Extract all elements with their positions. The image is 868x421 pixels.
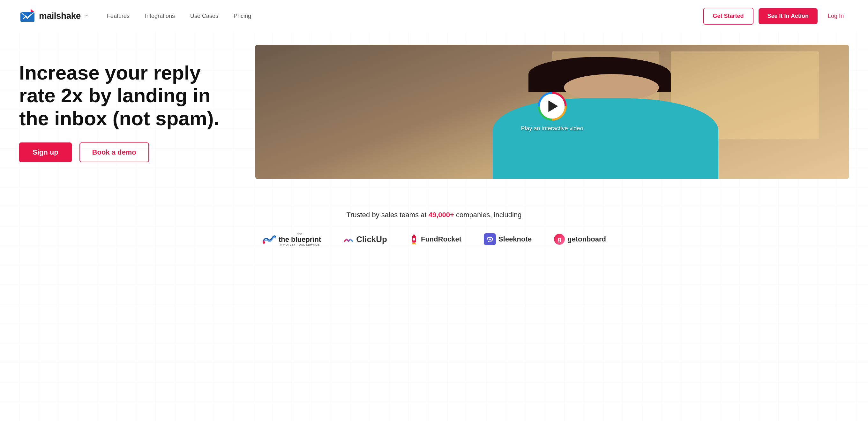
sleeknote-icon — [484, 233, 496, 245]
nav-links: Features Integrations Use Cases Pricing — [107, 13, 703, 20]
svg-point-3 — [489, 238, 490, 240]
logo-trademark: ™ — [84, 14, 88, 18]
getonboard-icon: g — [554, 234, 565, 245]
svg-point-1 — [262, 242, 265, 244]
video-container[interactable]: Play an interactive video — [255, 45, 849, 179]
play-triangle-icon — [548, 101, 558, 112]
fundrocket-label: FundRocket — [421, 235, 461, 244]
nav-integrations[interactable]: Integrations — [145, 13, 175, 20]
partner-logos-row: the the blueprint A MOTLEY FOOL SERVICE … — [19, 232, 849, 247]
getonboard-logo: g getonboard — [554, 234, 606, 245]
blueprint-icon — [262, 234, 276, 244]
blueprint-text: the the blueprint A MOTLEY FOOL SERVICE — [279, 232, 321, 247]
svg-point-2 — [413, 238, 415, 241]
hero-buttons: Sign up Book a demo — [19, 142, 236, 162]
blueprint-logo: the the blueprint A MOTLEY FOOL SERVICE — [262, 232, 321, 247]
clickup-label: ClickUp — [356, 234, 387, 244]
logo-wordmark: mailshake — [39, 11, 81, 21]
mailshake-logo-icon — [19, 8, 36, 24]
trust-section: Trusted by sales teams at 49,000+ compan… — [0, 198, 868, 262]
sleeknote-logo: Sleeknote — [484, 233, 532, 245]
navbar: mailshake™ Features Integrations Use Cas… — [0, 0, 868, 32]
fundrocket-icon — [409, 233, 418, 245]
nav-actions: Get Started See It In Action Log In — [703, 8, 849, 25]
clickup-logo: ClickUp — [343, 234, 387, 244]
trust-prefix: Trusted by sales teams at — [347, 211, 429, 219]
sleeknote-label: Sleeknote — [498, 235, 532, 244]
nav-pricing[interactable]: Pricing — [234, 13, 251, 20]
video-caption-text: Play an interactive video — [521, 125, 583, 132]
play-button-overlay[interactable]: Play an interactive video — [521, 92, 583, 132]
book-demo-button[interactable]: Book a demo — [80, 142, 149, 162]
hero-left: Increase your reply rate 2x by landing i… — [19, 61, 236, 162]
clickup-icon — [343, 234, 353, 244]
play-circle-icon — [538, 92, 566, 121]
get-started-button[interactable]: Get Started — [703, 8, 753, 25]
signup-button[interactable]: Sign up — [19, 142, 72, 162]
hero-section: Increase your reply rate 2x by landing i… — [0, 32, 868, 198]
trust-text: Trusted by sales teams at 49,000+ compan… — [19, 211, 849, 219]
trust-suffix: companies, including — [454, 211, 522, 219]
getonboard-label: getonboard — [567, 235, 606, 244]
login-button[interactable]: Log In — [823, 8, 849, 24]
logo-link[interactable]: mailshake™ — [19, 8, 88, 24]
hero-right: Play an interactive video — [255, 45, 849, 179]
see-it-in-action-button[interactable]: See It In Action — [758, 8, 817, 24]
nav-features[interactable]: Features — [107, 13, 130, 20]
hero-headline: Increase your reply rate 2x by landing i… — [19, 61, 236, 130]
svg-point-4 — [490, 238, 491, 240]
fundrocket-logo: FundRocket — [409, 233, 461, 245]
trust-highlight: 49,000+ — [429, 211, 454, 219]
nav-use-cases[interactable]: Use Cases — [190, 13, 218, 20]
